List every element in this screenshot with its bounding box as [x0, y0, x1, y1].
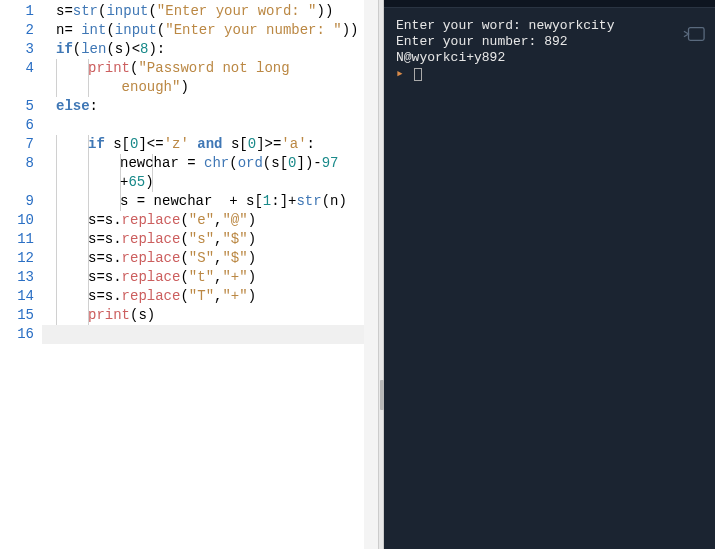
- code-line[interactable]: print("Password not long enough"): [42, 59, 378, 97]
- code-line[interactable]: if(len(s)<8):: [42, 40, 378, 59]
- line-number: 11: [17, 230, 34, 249]
- line-number: 3: [26, 40, 34, 59]
- line-number: 16: [17, 325, 34, 344]
- line-number: 9: [26, 192, 34, 211]
- line-number: 15: [17, 306, 34, 325]
- input-icon: [683, 26, 705, 42]
- line-number: 13: [17, 268, 34, 287]
- code-editor[interactable]: 12345678910111213141516 s=str(input("Ent…: [0, 0, 378, 549]
- code-line[interactable]: [42, 116, 378, 135]
- line-number: 12: [17, 249, 34, 268]
- line-number: 2: [26, 21, 34, 40]
- code-line[interactable]: [42, 325, 378, 344]
- terminal-tab-bar: [384, 0, 715, 8]
- line-number: 5: [26, 97, 34, 116]
- code-line[interactable]: s=s.replace("S","$"): [42, 249, 378, 268]
- code-line[interactable]: s=s.replace("s","$"): [42, 230, 378, 249]
- code-line[interactable]: s = newchar + s[1:]+str(n): [42, 192, 378, 211]
- code-line[interactable]: s=str(input("Enter your word: ")): [42, 2, 378, 21]
- line-number-gutter: 12345678910111213141516: [0, 0, 42, 549]
- terminal[interactable]: Enter your word: newyorkcity Enter your …: [384, 0, 715, 549]
- line-number: 8: [26, 154, 34, 173]
- line-number: 6: [26, 116, 34, 135]
- code-line[interactable]: s=s.replace("t","+"): [42, 268, 378, 287]
- line-number: 1: [26, 2, 34, 21]
- code-line[interactable]: else:: [42, 97, 378, 116]
- code-line[interactable]: n= int(input("Enter your number: ")): [42, 21, 378, 40]
- code-line[interactable]: print(s): [42, 306, 378, 325]
- line-number: 4: [26, 59, 34, 78]
- terminal-output: Enter your word: newyorkcity Enter your …: [384, 8, 715, 92]
- line-number: 10: [17, 211, 34, 230]
- line-number: 7: [26, 135, 34, 154]
- svg-rect-0: [689, 28, 705, 41]
- code-line[interactable]: if s[0]<='z' and s[0]>='a':: [42, 135, 378, 154]
- code-line[interactable]: s=s.replace("T","+"): [42, 287, 378, 306]
- code-line[interactable]: newchar = chr(ord(s[0])-97+65): [42, 154, 378, 192]
- code-line[interactable]: s=s.replace("e","@"): [42, 211, 378, 230]
- code-area[interactable]: s=str(input("Enter your word: "))n= int(…: [42, 0, 378, 549]
- line-number: 14: [17, 287, 34, 306]
